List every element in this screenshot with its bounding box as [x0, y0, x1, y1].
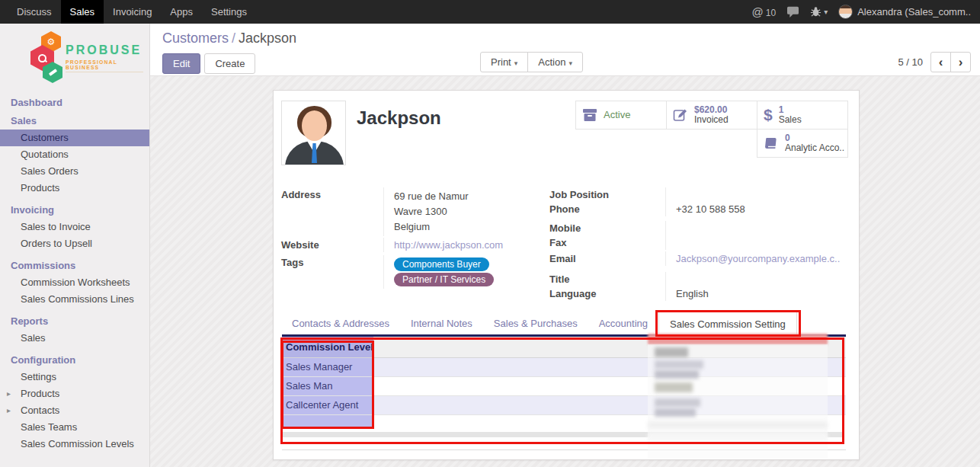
email-link[interactable]: Jackpson@yourcompany.example.c..: [676, 253, 840, 264]
user-menu[interactable]: Alexandra (Sales_comm..: [838, 5, 971, 19]
address-value: 69 rue de Namur Wavre 1300 Belgium: [383, 187, 549, 236]
sidebar-item-commission-worksheets[interactable]: Commission Worksheets: [0, 274, 149, 291]
chevron-down-icon: ▾: [824, 8, 828, 16]
brand-tagline: PROFESSIONAL BUSINESS: [66, 59, 143, 72]
address-label: Address: [281, 187, 383, 236]
sidebar-item-sales-teams[interactable]: Sales Teams: [0, 419, 149, 436]
fax-label: Fax: [549, 235, 665, 250]
sidebar-heading-reports[interactable]: Reports: [0, 312, 149, 330]
invoiced-stat-button[interactable]: $620.00 Invoiced: [666, 101, 757, 130]
sidebar-heading-sales[interactable]: Sales: [0, 112, 149, 130]
brand-name: PROBUSE: [66, 43, 143, 57]
create-button[interactable]: Create: [204, 53, 255, 74]
mention-count: 10: [766, 8, 776, 18]
dollar-icon: $: [764, 106, 773, 124]
tab-internal-notes[interactable]: Internal Notes: [400, 312, 483, 335]
breadcrumb-separator: /: [229, 30, 239, 46]
print-dropdown-button[interactable]: Print▾: [480, 52, 528, 72]
sidebar-item-sales-to-invoice[interactable]: Sales to Invoice: [0, 219, 149, 235]
debug-menu-button[interactable]: ▾: [810, 6, 828, 18]
tag-partner-it-services: Partner / IT Services: [394, 273, 494, 286]
sidebar-item-products[interactable]: Products: [0, 180, 149, 197]
top-navbar: Discuss Sales Invoicing Apps Settings @ …: [0, 0, 980, 24]
sidebar-item-reports-sales[interactable]: Sales: [0, 330, 149, 347]
job-position-value: [665, 187, 847, 202]
breadcrumb-current: Jackpson: [239, 30, 296, 46]
notebook-tabs: Contacts & Addresses Internal Notes Sale…: [281, 312, 847, 335]
sidebar-heading-invoicing[interactable]: Invoicing: [0, 201, 149, 219]
pencil-edit-icon: [673, 107, 688, 123]
language-label: Language: [549, 286, 665, 301]
sidebar-item-settings[interactable]: Settings: [0, 369, 149, 385]
language-value: English: [665, 286, 847, 301]
mentions-button[interactable]: @ 10: [752, 5, 777, 18]
phone-label: Phone: [549, 202, 665, 216]
mobile-value: [665, 221, 847, 235]
redacted-column-header: [648, 334, 828, 344]
phone-value: +32 10 588 558: [665, 202, 847, 216]
book-icon: [764, 136, 779, 150]
redacted-column-values: [648, 344, 828, 459]
breadcrumb: Customers/Jackpson: [162, 30, 980, 46]
sidebar-heading-configuration[interactable]: Configuration: [0, 351, 149, 369]
sidebar-nav: Dashboard Sales Customers Quotations Sal…: [0, 94, 149, 453]
main-area: Customers/Jackpson Edit Create Print▾ Ac…: [150, 24, 980, 467]
tags-label: Tags: [281, 255, 383, 289]
sidebar-item-customers[interactable]: Customers: [0, 130, 149, 146]
sidebar-item-sales-commission-levels[interactable]: Sales Commission Levels: [0, 436, 149, 453]
sales-stat-button[interactable]: $ 1 Sales: [757, 101, 848, 130]
fax-value: [665, 235, 847, 250]
archive-box-icon: [582, 108, 597, 122]
bug-icon: [810, 6, 821, 18]
sidebar-item-config-contacts[interactable]: ▸Contacts: [0, 402, 149, 419]
customer-name-title: Jackpson: [357, 107, 441, 129]
menu-sales[interactable]: Sales: [61, 0, 104, 24]
pager-previous-button[interactable]: ‹: [930, 52, 951, 72]
brand-logo: ⚙ PROBUSE PROFESSIONAL BUSINESS: [6, 31, 143, 86]
tab-accounting[interactable]: Accounting: [588, 312, 658, 335]
action-dropdown-button[interactable]: Action▾: [527, 52, 583, 72]
sidebar-heading-commissions[interactable]: Commissions: [0, 257, 149, 274]
customer-form-sheet: Jackpson Active: [273, 90, 860, 460]
mobile-label: Mobile: [549, 221, 665, 235]
pager-next-button[interactable]: ›: [950, 52, 971, 72]
user-name: Alexandra (Sales_comm..: [857, 6, 971, 18]
form-view-background: Jackpson Active: [150, 76, 980, 467]
user-avatar: [838, 5, 853, 19]
sidebar-heading-dashboard[interactable]: Dashboard: [0, 94, 149, 111]
chat-bubble-icon: [786, 6, 799, 18]
analytic-accounts-stat-button[interactable]: 0 Analytic Acco...: [757, 129, 848, 158]
menu-invoicing[interactable]: Invoicing: [104, 0, 161, 24]
menu-apps[interactable]: Apps: [161, 0, 202, 24]
control-panel: Customers/Jackpson Edit Create Print▾ Ac…: [150, 24, 980, 76]
at-icon: @: [752, 5, 764, 18]
website-label: Website: [281, 238, 383, 252]
customer-fields: Address 69 rue de Namur Wavre 1300 Belgi…: [281, 187, 847, 301]
tag-components-buyer: Components Buyer: [394, 257, 489, 271]
tab-sales-purchases[interactable]: Sales & Purchases: [483, 312, 588, 335]
expand-arrow-icon: ▸: [7, 405, 11, 416]
tab-sales-commission-setting[interactable]: Sales Commission Setting: [658, 312, 797, 335]
menu-settings[interactable]: Settings: [202, 0, 256, 24]
sidebar-item-orders-to-upsell[interactable]: Orders to Upsell: [0, 235, 149, 252]
breadcrumb-customers[interactable]: Customers: [162, 30, 229, 46]
sidebar: ⚙ PROBUSE PROFESSIONAL BUSINESS Dashboar…: [0, 24, 150, 467]
edit-button[interactable]: Edit: [162, 53, 200, 74]
sidebar-item-quotations[interactable]: Quotations: [0, 146, 149, 163]
tab-contacts-addresses[interactable]: Contacts & Addresses: [281, 312, 400, 335]
messages-button[interactable]: [786, 6, 799, 18]
pager-count: 5 / 10: [898, 56, 923, 68]
customer-photo: [281, 101, 346, 165]
sidebar-item-sales-orders[interactable]: Sales Orders: [0, 163, 149, 180]
menu-discuss[interactable]: Discuss: [8, 0, 61, 24]
expand-arrow-icon: ▸: [7, 389, 11, 399]
sidebar-item-config-products[interactable]: ▸Products: [0, 385, 149, 402]
stat-buttons: Active $620.00 Invoiced: [576, 101, 848, 158]
commission-level-header[interactable]: Commission Level: [282, 337, 373, 357]
active-stat-button[interactable]: Active: [575, 101, 667, 130]
chevron-down-icon: ▾: [565, 59, 572, 67]
sidebar-item-sales-commissions-lines[interactable]: Sales Commissions Lines: [0, 291, 149, 308]
chevron-down-icon: ▾: [511, 59, 518, 67]
title-value: [665, 272, 847, 286]
website-link[interactable]: http://www.jackpson.com: [394, 239, 503, 251]
